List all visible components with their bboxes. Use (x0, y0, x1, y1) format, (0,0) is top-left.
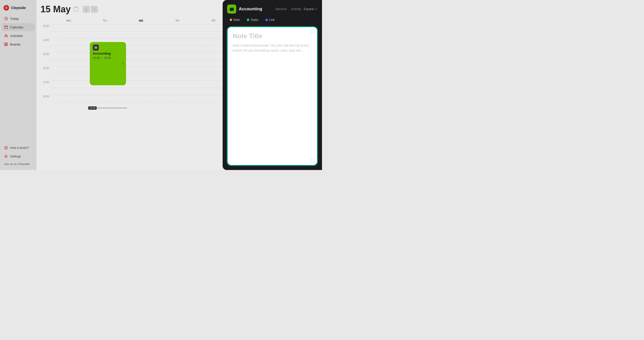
time-line (97, 108, 127, 108)
subtab-link-label: Link (269, 18, 275, 22)
note-corner-top-button[interactable] (310, 30, 314, 34)
cell-th-1700 (127, 80, 165, 95)
cell-we-1800: 18:30 (89, 95, 127, 109)
svg-rect-7 (5, 45, 6, 46)
svg-point-0 (6, 7, 7, 9)
subtab-tasks-label: Tasks (251, 18, 258, 22)
time-label-1300: 13:00 (41, 24, 51, 38)
note-card[interactable]: Note Title Note content placeholder. You… (227, 27, 317, 165)
navigation-arrows: ‹ › (83, 6, 98, 13)
svg-rect-4 (5, 43, 6, 45)
time-label-1800: 18:00 (41, 95, 51, 109)
detail-panel: Accounting Session Activity Expand ⤢ Not… (223, 0, 322, 170)
note-title-placeholder: Note Title (233, 32, 312, 40)
svg-point-9 (6, 149, 6, 149)
app-name: Clepside (11, 6, 26, 10)
sidebar-item-today[interactable]: Today (2, 15, 35, 23)
cell-mo-1300 (51, 24, 89, 38)
subtab-note-label: Note (233, 18, 240, 22)
day-we: WE (123, 18, 159, 23)
sidebar-item-activities[interactable]: Activities (2, 32, 35, 40)
svg-rect-5 (6, 43, 8, 44)
calendar-date: 15 May (41, 4, 71, 15)
expand-icon: ⤢ (315, 7, 317, 11)
next-button[interactable]: › (91, 6, 98, 13)
cell-fr-1700 (165, 80, 204, 95)
settings-label: Settings (10, 155, 21, 158)
svg-rect-12 (230, 8, 234, 11)
svg-rect-6 (6, 44, 8, 46)
cell-th-1500 (127, 52, 165, 66)
subtab-tasks[interactable]: Tasks (244, 17, 261, 23)
link-dot (265, 19, 268, 21)
sidebar: Clepside Today Calendar (0, 0, 36, 170)
time-label-1700: 17:00 (41, 80, 51, 95)
subtab-link[interactable]: Link (263, 17, 277, 23)
panel-subtabs: Note Tasks Link (227, 17, 317, 23)
gear-icon (4, 154, 8, 158)
how-it-works-label: How it works? (10, 146, 29, 150)
board-icon (4, 42, 8, 46)
current-time-label: 18:30 (88, 106, 97, 110)
sidebar-item-how-it-works[interactable]: How it works? (2, 144, 35, 152)
prev-button[interactable]: ‹ (83, 6, 90, 13)
main-area: 15 May ‹ › MO TU WE TH FR SA SU Week 20 … (36, 0, 322, 170)
svg-point-3 (5, 35, 6, 36)
note-corner-bottom-button[interactable] (310, 158, 314, 162)
tasks-dot (247, 19, 249, 21)
note-dot (230, 19, 232, 21)
event-time: 14:30 → 16:30 (93, 56, 111, 59)
sidebar-nav: Today Calendar Ac (0, 15, 36, 48)
cell-fr-1400 (165, 38, 204, 52)
subtab-note[interactable]: Note (227, 17, 242, 23)
join-text: Join us on r/Clepside (2, 161, 35, 167)
time-label-1600: 16:00 (41, 66, 51, 80)
event-accounting[interactable]: Accounting 14:30 → 16:30 ‹ (90, 42, 126, 85)
cell-th-1800 (127, 95, 165, 109)
day-tu: TU (87, 18, 123, 23)
cell-mo-1700 (51, 80, 89, 95)
day-mo: MO (51, 18, 87, 23)
cell-th-1400 (127, 38, 165, 52)
sidebar-item-settings[interactable]: Settings (2, 152, 35, 160)
clock-icon (4, 17, 8, 21)
panel-tabs: Session Activity (275, 7, 301, 12)
event-icon (93, 45, 99, 51)
tab-session[interactable]: Session (275, 7, 287, 12)
tab-activity[interactable]: Activity (291, 7, 301, 12)
sidebar-label-calendar: Calendar (10, 25, 23, 29)
loading-spinner (74, 7, 79, 12)
cell-th-1600 (127, 66, 165, 80)
event-title: Accounting (93, 52, 123, 55)
day-th: TH (159, 18, 195, 23)
svg-rect-11 (94, 47, 97, 49)
svg-rect-2 (5, 26, 8, 29)
panel-avatar (227, 5, 236, 14)
cell-tu-1300 (89, 24, 127, 38)
svg-point-10 (6, 156, 7, 157)
sidebar-label-today: Today (10, 17, 19, 21)
logo[interactable]: Clepside (0, 3, 36, 15)
cell-we-1400: Accounting 14:30 → 16:30 ‹ (89, 38, 127, 52)
cell-mo-1800 (51, 95, 89, 109)
cell-fr-1800 (165, 95, 204, 109)
current-time-indicator: 18:30 (89, 106, 127, 110)
expand-button[interactable]: Expand ⤢ (304, 7, 317, 11)
cell-th-1300 (165, 24, 204, 38)
cell-mo-1500 (51, 52, 89, 66)
sidebar-label-boards: Boards (10, 42, 20, 46)
cell-mo-1400 (51, 38, 89, 52)
sidebar-item-boards[interactable]: Boards (2, 40, 35, 48)
sidebar-label-activities: Activities (10, 34, 23, 38)
cell-mo-1600 (51, 66, 89, 80)
note-body-placeholder: Note content placeholder. You can use th… (233, 43, 312, 53)
time-label-1400: 14:00 (41, 38, 51, 52)
people-icon (4, 34, 8, 38)
time-label-1500: 15:00 (41, 52, 51, 66)
logo-icon (4, 5, 9, 11)
calendar-icon (4, 25, 8, 29)
cell-fr-1500 (165, 52, 204, 66)
cell-we-1300 (127, 24, 165, 38)
collapse-panel-button[interactable]: ‹ (122, 61, 123, 66)
sidebar-item-calendar[interactable]: Calendar (2, 23, 35, 31)
